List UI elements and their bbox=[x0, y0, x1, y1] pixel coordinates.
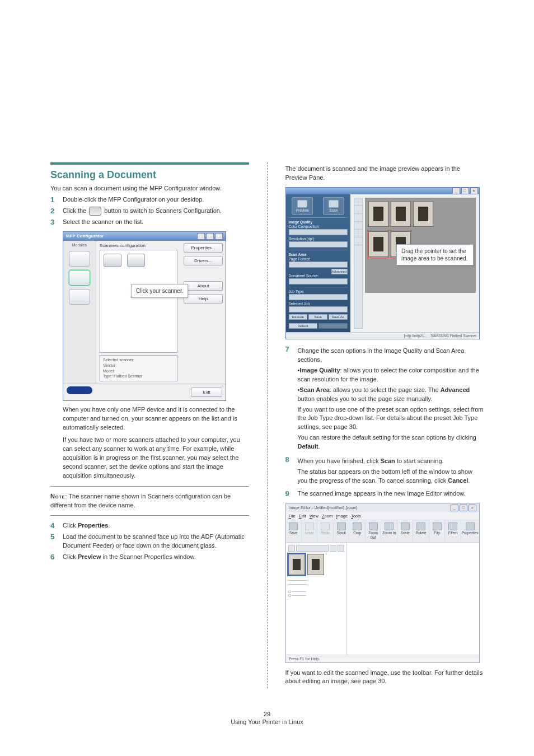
minimize-icon[interactable]: _ bbox=[452, 188, 460, 194]
footer-small-text bbox=[67, 395, 92, 398]
label-resolution: Resolution [dpi]: bbox=[289, 237, 348, 241]
scanner-tab-icon bbox=[89, 207, 101, 216]
note-body: : The scanner name shown in Scanners con… bbox=[50, 493, 231, 508]
properties-button[interactable]: Properties... bbox=[184, 243, 223, 253]
color-composition-select[interactable] bbox=[289, 229, 348, 235]
advanced-button[interactable]: Advanced bbox=[331, 269, 348, 274]
tool-icon[interactable] bbox=[354, 222, 362, 230]
restore-button[interactable]: Restore bbox=[289, 314, 308, 320]
menu-tools[interactable]: Tools bbox=[351, 514, 361, 519]
editor-canvas[interactable] bbox=[347, 543, 479, 655]
step-number: 1 bbox=[50, 195, 63, 204]
tool-redo: Redo bbox=[317, 521, 333, 541]
tool-icon[interactable] bbox=[354, 214, 362, 222]
minimize-icon[interactable]: _ bbox=[197, 233, 205, 240]
s4b-bold: Properties bbox=[78, 522, 108, 529]
nav-page-select[interactable] bbox=[296, 545, 329, 552]
s8p1c: . bbox=[468, 477, 470, 484]
scan-label: Scan bbox=[329, 208, 338, 212]
help-button[interactable]: Help bbox=[184, 294, 223, 304]
close-icon[interactable]: × bbox=[469, 505, 476, 511]
tool-effect[interactable]: Effect bbox=[445, 521, 461, 541]
nav-prev-icon[interactable] bbox=[288, 545, 295, 552]
save-as-button[interactable]: Save As bbox=[329, 314, 348, 320]
tool-icon[interactable] bbox=[354, 206, 362, 214]
preview-thumbnail bbox=[368, 201, 388, 227]
page-format-select[interactable] bbox=[289, 262, 348, 268]
column-divider bbox=[267, 162, 268, 688]
thumbnail[interactable] bbox=[307, 554, 324, 575]
minimize-icon[interactable]: _ bbox=[451, 505, 458, 511]
thumbnail-meta: ──────── ──────── bbox=[288, 578, 344, 587]
tool-properties[interactable]: Properties bbox=[461, 521, 479, 541]
tool-scale[interactable]: Scale bbox=[397, 521, 413, 541]
section-accent-bar bbox=[50, 162, 249, 165]
s6a: Click bbox=[63, 553, 78, 560]
step-1-text: Double-click the MFP Configurator on you… bbox=[63, 195, 249, 204]
s8c: to start scanning. bbox=[395, 458, 444, 464]
page-footer: 29 Using Your Printer in Linux bbox=[50, 711, 484, 725]
p2b: Default bbox=[298, 443, 318, 450]
printers-tab-icon[interactable] bbox=[69, 251, 90, 267]
tool-flip[interactable]: Flip bbox=[429, 521, 445, 541]
drivers-button[interactable]: Drivers... bbox=[184, 256, 223, 265]
figure-image-editor: Image Editor - Untitled[modified] [zoom]… bbox=[285, 503, 484, 663]
tool-zoom-out[interactable]: Zoom Out bbox=[366, 521, 381, 541]
panel-label: Scanners configuration bbox=[100, 243, 177, 248]
group-image-quality: Image Quality bbox=[289, 220, 348, 224]
tool-scroll[interactable]: Scroll bbox=[334, 521, 349, 541]
close-icon[interactable]: × bbox=[470, 188, 478, 194]
note-rule-bottom bbox=[50, 515, 249, 516]
nav-drop-icon[interactable] bbox=[330, 545, 336, 552]
tool-icon[interactable] bbox=[354, 230, 362, 237]
maximize-icon[interactable]: □ bbox=[460, 505, 467, 511]
scanner-list[interactable] bbox=[100, 250, 177, 353]
step-number: 3 bbox=[50, 218, 63, 227]
nav-next-icon[interactable] bbox=[338, 545, 344, 552]
paragraph-multi-scanner: If you have two or more scanners attache… bbox=[63, 436, 249, 480]
job-type-select[interactable] bbox=[289, 294, 348, 300]
tool-save[interactable]: Save bbox=[286, 521, 302, 541]
status-left: [mfp://mfp2/... bbox=[404, 334, 426, 338]
tool-undo: Undo bbox=[302, 521, 317, 541]
preview-action[interactable]: Preview bbox=[292, 197, 313, 215]
s4a: Click bbox=[63, 522, 78, 529]
resolution-select[interactable] bbox=[289, 241, 348, 248]
thumbnail[interactable] bbox=[288, 554, 305, 575]
exit-button[interactable]: Exit bbox=[191, 388, 222, 397]
menu-zoom[interactable]: Zoom bbox=[322, 514, 332, 519]
scan-action[interactable]: Scan bbox=[323, 197, 344, 215]
close-icon[interactable]: × bbox=[215, 233, 223, 240]
iq-label: Image Quality bbox=[299, 367, 340, 374]
scanners-tab-icon[interactable] bbox=[69, 270, 90, 286]
tool-zoom-in[interactable]: Zoom In bbox=[381, 521, 397, 541]
tool-icon[interactable] bbox=[354, 198, 362, 206]
default-button[interactable]: Default bbox=[289, 323, 318, 329]
redo-icon bbox=[321, 522, 330, 530]
step-5-text: Load the document to be scanned face up … bbox=[63, 533, 249, 550]
selected-job-field[interactable] bbox=[289, 306, 348, 312]
scanner-device-icon[interactable] bbox=[127, 254, 145, 267]
step-3-text: Select the scanner on the list. bbox=[63, 218, 249, 227]
step-7-sa: •Scan Area: allows you to select the pag… bbox=[298, 386, 484, 404]
tool-crop[interactable]: Crop bbox=[349, 521, 365, 541]
menu-image[interactable]: Image bbox=[336, 514, 348, 519]
tool-icon[interactable] bbox=[354, 237, 362, 245]
maximize-icon[interactable]: □ bbox=[461, 188, 469, 194]
sa-adv: Advanced bbox=[441, 386, 470, 393]
step-2-text: Click the button to switch to Scanners C… bbox=[63, 207, 249, 216]
step-8-text: When you have finished, click Scan to st… bbox=[298, 457, 484, 466]
save-button[interactable]: Save bbox=[308, 314, 327, 320]
crop-icon bbox=[353, 522, 362, 530]
menu-file[interactable]: File bbox=[289, 514, 296, 519]
doc-source-select[interactable] bbox=[289, 278, 348, 284]
scanner-device-icon[interactable] bbox=[104, 254, 121, 267]
menu-edit[interactable]: Edit bbox=[299, 514, 306, 519]
selected-scanner-info: Selected scanner: Vendor: Model: Type: F… bbox=[100, 355, 177, 381]
menu-view[interactable]: View bbox=[310, 514, 318, 519]
tool-rotate[interactable]: Rotate bbox=[413, 521, 429, 541]
ports-tab-icon[interactable] bbox=[69, 289, 90, 305]
maximize-icon[interactable]: □ bbox=[206, 233, 214, 240]
about-button[interactable]: About bbox=[184, 281, 223, 291]
scanner-icon bbox=[329, 200, 339, 208]
